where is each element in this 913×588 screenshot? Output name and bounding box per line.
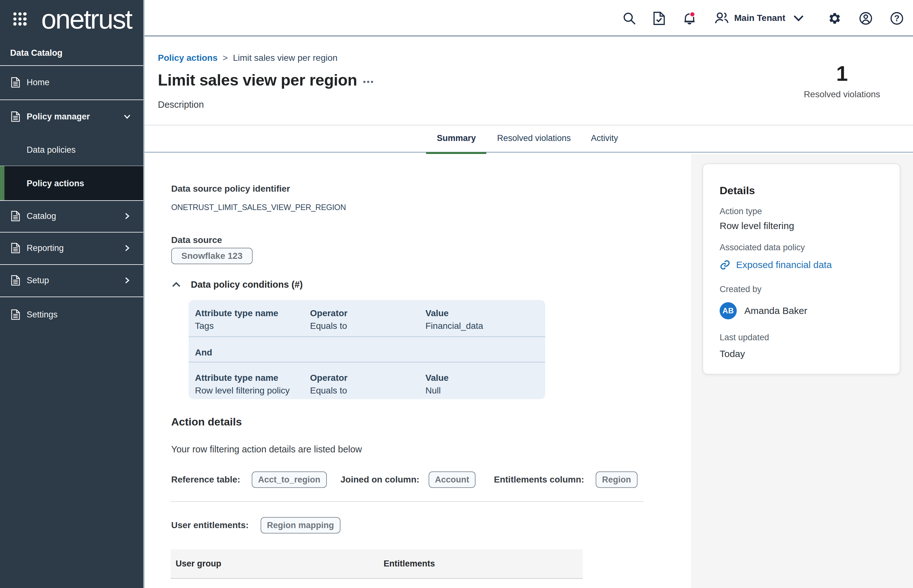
svg-text:?: ? (894, 13, 900, 23)
